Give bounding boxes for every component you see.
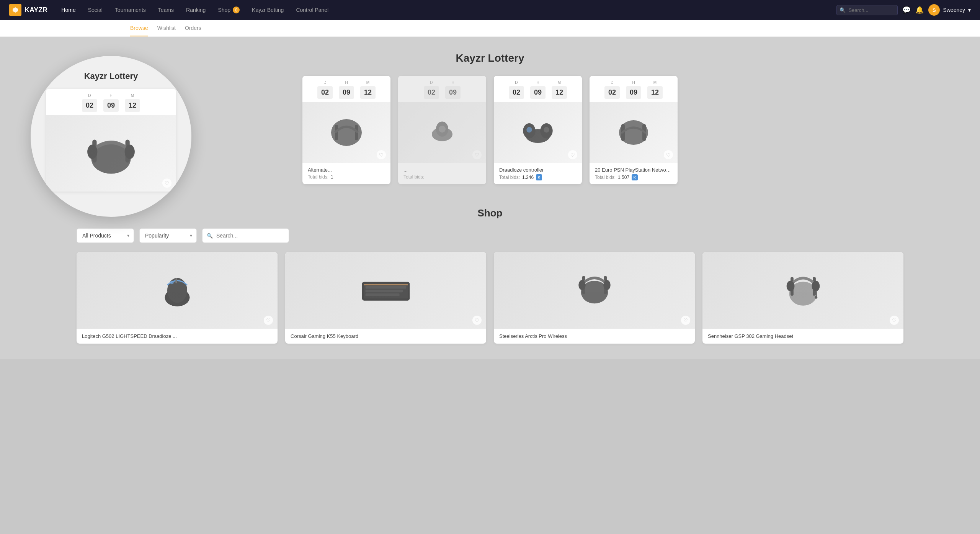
svg-rect-35: [815, 290, 817, 297]
product-name-1: Alternate...: [308, 167, 385, 173]
svg-point-33: [786, 281, 794, 292]
svg-point-40: [87, 145, 97, 159]
svg-point-41: [125, 145, 135, 159]
wishlist-btn-3[interactable]: ♡: [568, 150, 577, 159]
shop-search-wrap: 🔍: [202, 228, 289, 243]
lottery-card-2: D 02 H 09 ♡ ..: [398, 76, 486, 184]
nav-betting[interactable]: Kayzr Betting: [247, 5, 288, 15]
chevron-down-icon: ▾: [968, 7, 971, 13]
shop-product-name-1: Logitech G502 LIGHTSPEED Draadloze ...: [82, 333, 272, 339]
lottery-title: Kayzr Lottery: [0, 52, 980, 64]
magnifier-card-header: D 02 H 09 M 12: [46, 89, 176, 115]
timer-hours-3: H 09: [530, 80, 546, 99]
magnifier-timer-mins: M 12: [125, 93, 140, 112]
nav-shop[interactable]: Shop 0: [213, 4, 244, 16]
lottery-card-1-header: D 02 H 09 M 12: [302, 76, 390, 102]
wishlist-btn-1[interactable]: ♡: [377, 150, 386, 159]
lottery-card-4: D 02 H 09 M 12: [590, 76, 678, 184]
shop-filters: All Products ▾ Popularity ▾ 🔍: [77, 228, 903, 243]
timer-days-4: D 02: [604, 80, 620, 99]
lottery-card-2-footer: ... Total bids:: [398, 163, 486, 183]
nav-social[interactable]: Social: [83, 5, 107, 15]
wishlist-btn-shop-3[interactable]: ♡: [681, 316, 690, 325]
timer-days-3: D 02: [509, 80, 524, 99]
magnifier-overlay: Kayzr Lottery D 02 H 09 M 12: [31, 56, 191, 217]
wishlist-btn-magnifier[interactable]: ♡: [162, 179, 172, 188]
timer-hours-4: H 09: [626, 80, 641, 99]
timer-days-1: D 02: [317, 80, 333, 99]
lottery-card-2-image: ♡: [398, 102, 486, 163]
subnav-wishlist[interactable]: Wishlist: [157, 20, 176, 36]
subnav: Browse Wishlist Orders: [0, 20, 980, 37]
wishlist-btn-shop-1[interactable]: ♡: [264, 316, 273, 325]
shop-card-3-image: ♡: [494, 252, 695, 329]
shop-product-name-4: Sennheiser GSP 302 Gaming Headset: [708, 333, 898, 339]
product-bids-2: Total bids:: [403, 174, 481, 180]
magnifier-title: Kayzr Lottery: [84, 71, 138, 81]
magnifier-timer-days: D 02: [82, 93, 97, 112]
lottery-card-4-image: ♡: [590, 102, 678, 163]
shop-product-name-3: Steelseries Arctis Pro Wireless: [499, 333, 689, 339]
nav-home[interactable]: Home: [57, 5, 80, 15]
shop-title: Shop: [77, 207, 903, 219]
shop-card-1[interactable]: ♡ Logitech G502 LIGHTSPEED Draadloze ...: [77, 252, 278, 344]
user-menu[interactable]: S Sweeney ▾: [928, 4, 971, 16]
coin-icon-4: K: [632, 174, 638, 180]
filter-all-products-wrap: All Products ▾: [77, 228, 134, 243]
svg-point-17: [170, 281, 173, 284]
main-content: Kayzr Lottery D 02 H 09 M 12: [0, 37, 980, 359]
product-bids-3: Total bids: 1.246 K: [499, 174, 577, 180]
wishlist-btn-shop-2[interactable]: ♡: [472, 316, 482, 325]
lottery-card-2-header: D 02 H 09: [398, 76, 486, 102]
navbar: KAYZR Home Social Tournaments Teams Rank…: [0, 0, 980, 20]
nav-tournaments[interactable]: Tournaments: [110, 5, 150, 15]
lottery-card-3-header: D 02 H 09 M 12: [494, 76, 582, 102]
filter-popularity[interactable]: Popularity: [139, 228, 197, 243]
shop-card-3[interactable]: ♡ Steelseries Arctis Pro Wireless: [494, 252, 695, 344]
svg-point-10: [526, 127, 532, 133]
shop-section: Shop All Products ▾ Popularity ▾ 🔍: [0, 196, 980, 359]
shop-card-3-footer: Steelseries Arctis Pro Wireless: [494, 329, 695, 344]
timer-hours-2: H 09: [445, 80, 461, 99]
nav-right: 🔍 💬 🔔 S Sweeney ▾: [836, 4, 971, 16]
svg-point-34: [812, 281, 820, 292]
shop-card-2-footer: Corsair Gaming K55 Keyboard: [285, 329, 486, 344]
nav-control[interactable]: Control Panel: [291, 5, 333, 15]
logo[interactable]: KAYZR: [9, 4, 47, 16]
chat-icon[interactable]: 💬: [902, 6, 911, 14]
nav-teams[interactable]: Teams: [154, 5, 178, 15]
subnav-orders[interactable]: Orders: [185, 20, 201, 36]
lottery-card-3: D 02 H 09 M 12: [494, 76, 582, 184]
product-name-4: 20 Euro PSN PlayStation Network Kaart...: [595, 167, 672, 173]
lottery-card-1: D 02 H 09 M 12: [302, 76, 390, 184]
shop-card-4[interactable]: ♡ Sennheiser GSP 302 Gaming Headset: [702, 252, 903, 344]
shop-card-2[interactable]: ♡ Corsair Gaming K55 Keyboard: [285, 252, 486, 344]
shop-grid: ♡ Logitech G502 LIGHTSPEED Draadloze ...: [77, 252, 903, 344]
shop-search-input[interactable]: [202, 228, 289, 243]
wishlist-btn-shop-4[interactable]: ♡: [890, 316, 899, 325]
nav-search-input[interactable]: [836, 5, 898, 15]
search-wrap: 🔍: [836, 5, 898, 15]
nav-ranking[interactable]: Ranking: [181, 5, 210, 15]
wishlist-btn-2[interactable]: ♡: [472, 150, 482, 159]
subnav-browse[interactable]: Browse: [130, 20, 148, 36]
product-bids-4: Total bids: 1.507 K: [595, 174, 672, 180]
logo-text: KAYZR: [24, 6, 47, 14]
lottery-card-1-image: ♡: [302, 102, 390, 163]
svg-rect-21: [365, 286, 406, 288]
timer-mins-4: M 12: [647, 80, 663, 99]
shop-badge: 0: [233, 7, 240, 13]
lottery-card-1-footer: Alternate... Total bids: 1: [302, 163, 390, 183]
filter-all-products[interactable]: All Products: [77, 228, 134, 243]
svg-point-16: [167, 278, 187, 303]
timer-hours-1: H 09: [339, 80, 354, 99]
product-bids-1: Total bids: 1: [308, 174, 385, 180]
notification-icon[interactable]: 🔔: [915, 6, 924, 14]
timer-days-2: D 02: [424, 80, 439, 99]
shop-card-1-image: ♡: [77, 252, 278, 329]
wishlist-btn-4[interactable]: ♡: [664, 150, 673, 159]
avatar: S: [928, 4, 940, 16]
svg-marker-0: [13, 7, 18, 13]
magnifier-card-image: ♡: [46, 115, 176, 192]
coin-icon-3: K: [536, 174, 542, 180]
